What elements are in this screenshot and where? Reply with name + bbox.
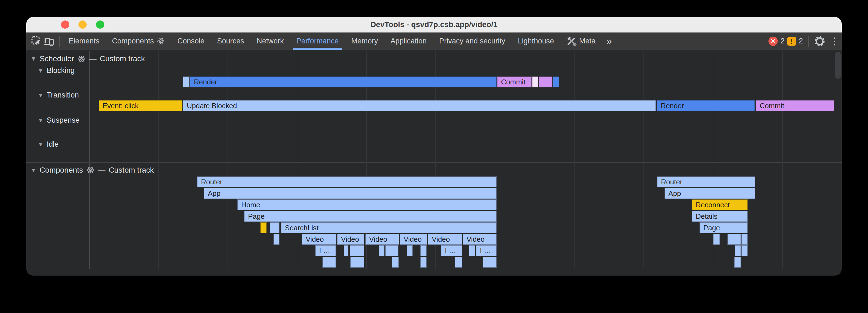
flame-bar-video[interactable]: Video	[463, 234, 497, 245]
flame-bar-commit[interactable]: Commit	[497, 76, 532, 88]
tab-elements[interactable]: Elements	[62, 33, 106, 50]
flame-bar[interactable]	[385, 245, 398, 256]
flame-bar[interactable]	[407, 245, 413, 256]
lane-label-suspense[interactable]: ▼Suspense	[38, 116, 80, 125]
flame-bar-video[interactable]: Video	[302, 234, 336, 245]
flame-bar[interactable]	[183, 76, 189, 88]
tab-privacy-and-security[interactable]: Privacy and security	[433, 33, 512, 50]
flame-bar[interactable]	[483, 257, 497, 268]
tab-label: Memory	[351, 37, 378, 45]
lane-label-idle[interactable]: ▼Idle	[38, 140, 59, 148]
flame-bar-l[interactable]: L…	[476, 245, 497, 256]
flame-bar-video[interactable]: Video	[428, 234, 462, 245]
flame-bar[interactable]	[344, 245, 348, 256]
tab-label: Elements	[69, 37, 99, 45]
collapse-triangle-icon[interactable]: ▼	[38, 117, 43, 124]
flame-bar-video[interactable]: Video	[337, 234, 364, 245]
tab-label: Sources	[217, 37, 244, 45]
collapse-triangle-icon[interactable]: ▼	[38, 92, 43, 98]
flame-bar-update-blocked[interactable]: Update Blocked	[183, 100, 656, 111]
flame-bar-render[interactable]: Render	[190, 76, 497, 88]
tab-lighthouse[interactable]: Lighthouse	[512, 33, 560, 50]
flame-bar-home[interactable]: Home	[237, 199, 497, 210]
vertical-scrollbar[interactable]	[835, 51, 841, 79]
flame-bar-router[interactable]: Router	[657, 176, 755, 187]
flame-bar-app[interactable]: App	[204, 188, 497, 199]
track-header-components[interactable]: ▼Components —Custom track	[31, 166, 154, 175]
tab-application[interactable]: Application	[384, 33, 433, 50]
flame-bar[interactable]	[727, 234, 741, 245]
tab-components[interactable]: Components	[106, 33, 171, 50]
flame-bar-l[interactable]: L…	[315, 245, 336, 256]
flame-bar-video[interactable]: Video	[365, 234, 399, 245]
flame-bar-searchlist[interactable]: SearchList	[281, 222, 497, 233]
lane-name: Idle	[47, 140, 59, 148]
issues-icon[interactable]: !	[787, 37, 796, 46]
flame-bar[interactable]	[532, 76, 538, 88]
flame-bar[interactable]	[741, 245, 748, 256]
collapse-triangle-icon[interactable]: ▼	[31, 56, 36, 62]
toolbar-separator	[808, 36, 809, 47]
flame-bar-details[interactable]: Details	[692, 211, 748, 222]
track-label-divider	[89, 51, 90, 269]
tab-meta[interactable]: Meta	[560, 33, 602, 50]
flame-bar[interactable]	[322, 257, 336, 268]
flame-bar-app[interactable]: App	[664, 188, 755, 199]
flame-bar[interactable]	[270, 222, 279, 233]
flame-bar[interactable]	[420, 257, 427, 268]
flame-bar-router[interactable]: Router	[197, 176, 497, 187]
device-toolbar-icon[interactable]	[43, 35, 55, 47]
lane-label-blocking[interactable]: ▼Blocking	[38, 66, 75, 75]
flame-bar[interactable]	[469, 245, 475, 256]
flame-bar[interactable]	[420, 245, 427, 256]
settings-gear-icon[interactable]	[813, 35, 826, 47]
tab-network[interactable]: Network	[250, 33, 290, 50]
lane-label-transition[interactable]: ▼Transition	[38, 91, 79, 99]
flame-bar-render[interactable]: Render	[657, 100, 755, 111]
flame-bar[interactable]	[392, 257, 399, 268]
flame-bar[interactable]	[741, 234, 748, 245]
performance-flame-chart: ▼Scheduler —Custom track▼Blocking▼Transi…	[26, 51, 842, 276]
flame-bar-reconnect[interactable]: Reconnect	[692, 199, 748, 210]
flame-bar[interactable]	[260, 222, 267, 233]
flame-bar[interactable]	[455, 257, 462, 268]
flame-bar[interactable]	[274, 234, 279, 245]
tab-console[interactable]: Console	[171, 33, 211, 50]
more-tabs-button[interactable]: »	[602, 33, 616, 49]
flame-bar-commit[interactable]: Commit	[756, 100, 834, 111]
flame-bar[interactable]	[735, 245, 741, 256]
collapse-triangle-icon[interactable]: ▼	[31, 167, 36, 173]
flame-bar[interactable]	[350, 257, 364, 268]
error-icon[interactable]: ✕	[769, 37, 778, 46]
tab-memory[interactable]: Memory	[345, 33, 384, 50]
tab-label: Performance	[297, 37, 339, 45]
flame-bar[interactable]	[734, 257, 741, 268]
desktop-background: DevTools - qsvd7p.csb.app/video/1 Elemen…	[0, 0, 868, 313]
collapse-triangle-icon[interactable]: ▼	[38, 141, 43, 147]
flame-bar-page[interactable]: Page	[700, 222, 748, 233]
track-separator-line	[26, 162, 842, 163]
tab-label: Meta	[579, 37, 596, 45]
gridline	[782, 51, 783, 269]
track-name: Components	[40, 166, 83, 175]
flame-bar-event-click[interactable]: Event: click	[99, 100, 182, 111]
error-count[interactable]: 2	[780, 37, 784, 45]
flame-bar[interactable]	[553, 76, 559, 88]
panel-tab-strip: ElementsComponents ConsoleSourcesNetwork…	[62, 33, 602, 50]
issues-count[interactable]: 2	[799, 37, 803, 45]
flame-bar-page[interactable]: Page	[244, 211, 497, 222]
inspect-element-icon[interactable]	[30, 35, 43, 47]
flame-bar-video[interactable]: Video	[400, 234, 427, 245]
flame-bar-l[interactable]: L…	[441, 245, 462, 256]
tab-sources[interactable]: Sources	[211, 33, 250, 50]
track-header-scheduler[interactable]: ▼Scheduler —Custom track	[31, 54, 145, 63]
flame-bar[interactable]	[713, 234, 720, 245]
flame-bar[interactable]	[350, 245, 364, 256]
flame-bar[interactable]	[379, 245, 384, 256]
tab-performance[interactable]: Performance	[290, 33, 345, 50]
devtools-toolbar: ElementsComponents ConsoleSourcesNetwork…	[26, 33, 842, 50]
tab-label: Console	[178, 37, 205, 45]
kebab-menu-icon[interactable]: ⋮	[829, 35, 840, 47]
collapse-triangle-icon[interactable]: ▼	[38, 67, 43, 74]
flame-bar[interactable]	[539, 76, 552, 88]
